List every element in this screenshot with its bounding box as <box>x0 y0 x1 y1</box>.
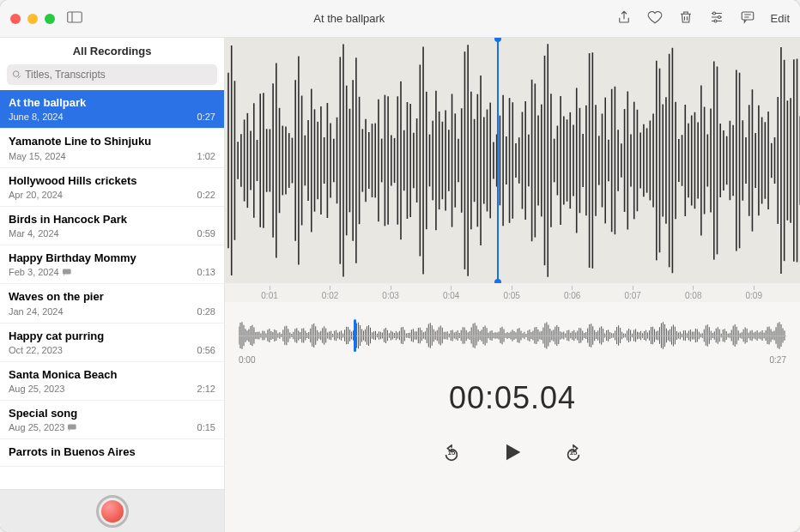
minimize-window-button[interactable] <box>27 14 38 24</box>
recording-item-1[interactable]: Yamanote Line to ShinjukuMay 15, 20241:0… <box>0 129 224 167</box>
playhead[interactable] <box>497 38 499 283</box>
edit-button[interactable]: Edit <box>771 12 790 25</box>
main-panel: 0:010:020:030:040:050:060:070:080:09 0:0… <box>225 38 800 532</box>
recording-duration: 0:28 <box>197 306 215 317</box>
record-footer <box>0 489 224 532</box>
recordings-list[interactable]: At the ballparkJune 8, 20240:27Yamanote … <box>0 90 224 489</box>
timeline-tick: 0:09 <box>746 286 762 300</box>
titlebar: At the ballpark Edit <box>0 0 800 38</box>
recording-title: Santa Monica Beach <box>9 368 215 382</box>
recording-item-4[interactable]: Happy Birthday MommyFeb 3, 2024 0:13 <box>0 245 224 284</box>
recording-item-8[interactable]: Special songAug 25, 2023 0:15 <box>0 401 224 439</box>
skip-forward-button[interactable]: 15 <box>564 444 583 463</box>
recording-date: May 15, 2024 <box>9 151 66 161</box>
recording-item-3[interactable]: Birds in Hancock ParkMar 4, 20240:59 <box>0 207 224 245</box>
recording-duration: 0:13 <box>197 267 215 277</box>
svg-point-2 <box>712 12 715 15</box>
current-time-display: 00:05.04 <box>225 380 800 416</box>
recording-item-5[interactable]: Waves on the pierJan 24, 20240:28 <box>0 284 224 323</box>
svg-line-9 <box>18 76 21 78</box>
play-button[interactable] <box>500 440 524 468</box>
svg-point-4 <box>714 20 717 22</box>
sidebar-heading: All Recordings <box>0 38 224 64</box>
recording-duration: 0:15 <box>197 422 215 432</box>
recording-date: Jan 24, 2024 <box>9 306 64 317</box>
svg-rect-11 <box>68 424 76 429</box>
recording-item-0[interactable]: At the ballparkJune 8, 20240:27 <box>0 90 224 129</box>
timeline-tick: 0:05 <box>503 286 519 300</box>
recording-title: Hollywood Hills crickets <box>9 174 215 188</box>
recording-item-6[interactable]: Happy cat purringOct 22, 20230:56 <box>0 323 224 362</box>
recording-date: Feb 3, 2024 <box>9 267 72 277</box>
overview-range: 0:00 0:27 <box>239 355 786 365</box>
timeline-tick: 0:04 <box>443 286 459 300</box>
sidebar: All Recordings At the ballparkJune 8, 20… <box>0 38 225 532</box>
recording-title: Yamanote Line to Shinjuku <box>9 135 215 148</box>
recording-title: At the ballpark <box>9 96 215 110</box>
sidebar-toggle-button[interactable] <box>67 11 82 27</box>
recording-duration: 0:22 <box>197 190 215 200</box>
recording-duration: 1:02 <box>197 151 215 161</box>
share-button[interactable] <box>616 9 632 28</box>
favorite-button[interactable] <box>647 9 663 28</box>
skip-back-button[interactable]: 15 <box>442 444 461 463</box>
timeline-tick: 0:07 <box>624 286 640 300</box>
settings-sliders-button[interactable] <box>709 9 724 28</box>
recording-date: Aug 25, 2023 <box>9 384 64 394</box>
close-window-button[interactable] <box>10 14 21 24</box>
timeline-ruler[interactable]: 0:010:020:030:040:050:060:070:080:09 <box>225 283 800 302</box>
zoom-window-button[interactable] <box>45 14 55 24</box>
window-controls <box>10 14 55 24</box>
toolbar-actions: Edit <box>616 9 790 28</box>
recording-date: Aug 25, 2023 <box>9 422 77 432</box>
search-icon <box>12 70 21 80</box>
recording-duration: 0:56 <box>197 345 215 355</box>
recording-item-2[interactable]: Hollywood Hills cricketsApr 20, 20240:22 <box>0 168 224 207</box>
window-title: At the ballpark <box>82 12 616 25</box>
waveform-overview[interactable] <box>239 319 786 352</box>
recording-date: Apr 20, 2024 <box>9 190 63 200</box>
timeline-tick: 0:03 <box>382 286 398 300</box>
recording-title: Birds in Hancock Park <box>9 213 215 227</box>
overview-end-time: 0:27 <box>770 355 786 365</box>
search-input[interactable] <box>25 69 212 81</box>
recording-item-7[interactable]: Santa Monica BeachAug 25, 20232:12 <box>0 362 224 401</box>
recording-duration: 2:12 <box>197 384 215 394</box>
recording-date: Mar 4, 2024 <box>9 228 59 239</box>
recording-title: Happy Birthday Mommy <box>9 251 215 265</box>
delete-button[interactable] <box>678 9 694 28</box>
search-field[interactable] <box>7 64 217 85</box>
timeline-tick: 0:01 <box>261 286 277 300</box>
recording-duration: 0:59 <box>197 228 215 239</box>
overview-playhead[interactable] <box>354 319 356 352</box>
transcript-button[interactable] <box>740 9 755 28</box>
recording-date: Oct 22, 2023 <box>9 345 63 355</box>
recording-title: Happy cat purring <box>9 329 215 343</box>
svg-rect-5 <box>742 12 754 20</box>
timeline-tick: 0:02 <box>322 286 338 300</box>
waveform-large[interactable] <box>225 38 800 283</box>
timeline-tick: 0:06 <box>564 286 580 300</box>
recording-item-9[interactable]: Parrots in Buenos Aires <box>0 439 224 466</box>
recording-title: Special song <box>9 407 215 420</box>
recording-title: Parrots in Buenos Aires <box>9 445 215 459</box>
svg-point-3 <box>718 15 720 18</box>
recording-title: Waves on the pier <box>9 290 215 304</box>
svg-point-8 <box>13 71 19 77</box>
overview-start-time: 0:00 <box>239 355 255 365</box>
svg-rect-0 <box>68 12 82 22</box>
svg-rect-10 <box>63 269 71 274</box>
playback-controls: 15 15 <box>225 440 800 468</box>
timeline-tick: 0:08 <box>685 286 701 300</box>
recording-duration: 0:27 <box>197 112 215 122</box>
record-button[interactable] <box>96 495 129 528</box>
recording-date: June 8, 2024 <box>9 112 64 122</box>
